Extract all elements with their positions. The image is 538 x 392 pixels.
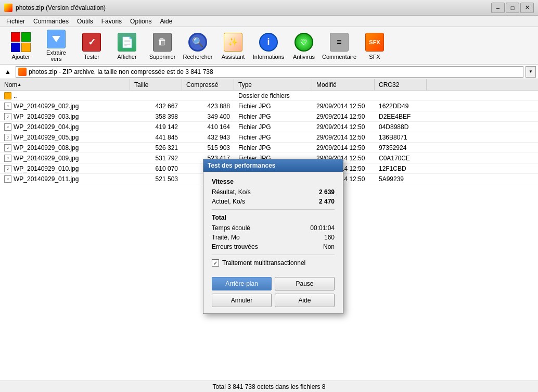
maximize-button[interactable]: □ <box>506 3 519 13</box>
aide-button[interactable]: Aide <box>275 294 335 307</box>
cell-name: .. <box>0 91 130 100</box>
cell-size: 531 792 <box>130 153 182 163</box>
cell-modified <box>312 91 375 100</box>
cell-name: JWP_20140929_008.jpg <box>0 143 130 153</box>
cell-name: JWP_20140929_005.jpg <box>0 132 130 142</box>
view-icon: 📄 <box>117 32 137 53</box>
multitransactionnel-checkbox[interactable]: ✓ <box>212 259 219 267</box>
toolbar-antivirus[interactable]: 🛡 Antivirus <box>287 30 321 62</box>
column-crc32[interactable]: CRC32 <box>375 79 427 90</box>
cell-size: 526 321 <box>130 143 182 153</box>
toolbar-assistant[interactable]: ✨ Assistant <box>216 30 250 62</box>
menu-aide[interactable]: Aide <box>156 17 176 26</box>
traite-label: Traité, Mo <box>212 234 240 241</box>
sfx-label: SFX <box>369 54 380 60</box>
pause-button[interactable]: Pause <box>275 277 335 290</box>
toolbar-informations[interactable]: i Informations <box>252 30 285 62</box>
column-type[interactable]: Type <box>234 79 312 90</box>
cell-modified: 29/09/2014 12:50 <box>312 101 375 111</box>
jpg-icon: J <box>4 175 11 183</box>
traite-value: 160 <box>324 234 335 241</box>
search-icon: 🔍 <box>187 32 208 53</box>
address-dropdown[interactable]: ▼ <box>526 66 536 78</box>
table-row[interactable]: JWP_20140929_005.jpg441 845432 943Fichie… <box>0 132 538 143</box>
status-bar: Total 3 841 738 octets dans les fichiers… <box>0 381 538 392</box>
commentaire-label: Commentaire <box>322 54 356 60</box>
table-row[interactable]: JWP_20140929_004.jpg419 142410 164Fichie… <box>0 122 538 132</box>
cell-name: JWP_20140929_010.jpg <box>0 163 130 173</box>
jpg-icon: J <box>4 103 11 110</box>
dialog-buttons: Arrière-plan Pause Annuler Aide <box>203 277 343 313</box>
menu-commandes[interactable]: Commandes <box>29 17 73 26</box>
cell-compressed: 515 903 <box>182 143 234 153</box>
window-controls: – □ ✕ <box>491 3 534 13</box>
vitesse-section-title: Vitesse <box>212 178 335 185</box>
column-nom[interactable]: Nom <box>0 79 130 90</box>
nav-back-button[interactable]: ▲ <box>2 66 14 78</box>
minimize-button[interactable]: – <box>491 3 505 13</box>
column-taille[interactable]: Taille <box>130 79 182 90</box>
cell-name: JWP_20140929_004.jpg <box>0 122 130 132</box>
jpg-icon: J <box>4 123 11 131</box>
table-row[interactable]: JWP_20140929_002.jpg432 667423 888Fichie… <box>0 101 538 111</box>
cell-size: 432 667 <box>130 101 182 111</box>
dialog-resultat-row: Résultat, Ko/s 2 639 <box>212 188 335 196</box>
cell-crc32: 97352924 <box>375 143 427 153</box>
cell-crc32: 04D8988D <box>375 122 427 132</box>
background-button[interactable]: Arrière-plan <box>212 277 272 290</box>
jpg-icon: J <box>4 134 11 141</box>
address-input[interactable]: photos.zip - ZIP archive, la taille non … <box>16 66 523 78</box>
dialog-actuel-row: Actuel, Ko/s 2 470 <box>212 198 335 205</box>
menu-outils[interactable]: Outils <box>73 17 97 26</box>
assistant-label: Assistant <box>222 54 245 60</box>
list-header: Nom Taille Compressé Type Modifié CRC32 <box>0 79 538 91</box>
folder-icon <box>4 92 11 99</box>
cell-size: 441 845 <box>130 132 182 142</box>
sfx-icon: SFX <box>364 32 385 53</box>
cell-size: 358 398 <box>130 111 182 121</box>
app-icon <box>4 4 12 12</box>
toolbar-ajouter[interactable]: Ajouter <box>4 30 37 62</box>
toolbar-sfx[interactable]: SFX SFX <box>358 30 391 62</box>
menu-favoris[interactable]: Favoris <box>97 17 126 26</box>
cell-compressed: 410 164 <box>182 122 234 132</box>
toolbar-supprimer[interactable]: 🗑 Supprimer <box>146 30 179 62</box>
resultat-label: Résultat, Ko/s <box>212 188 251 196</box>
rechercher-label: Rechercher <box>183 54 213 60</box>
dialog-divider-2 <box>212 255 335 255</box>
annuler-button[interactable]: Annuler <box>212 294 272 307</box>
toolbar-afficher[interactable]: 📄 Afficher <box>110 30 144 62</box>
add-icon <box>10 32 31 53</box>
menu-fichier[interactable]: Fichier <box>2 17 29 26</box>
erreurs-label: Erreurs trouvées <box>212 243 258 250</box>
extract-icon <box>46 30 67 48</box>
multitransactionnel-row: ✓ Traitement multitransactionnel <box>212 259 335 267</box>
jpg-icon: J <box>4 113 11 120</box>
cell-size: 610 070 <box>130 163 182 173</box>
column-compresse[interactable]: Compressé <box>182 79 234 90</box>
close-button[interactable]: ✕ <box>520 3 534 13</box>
table-row[interactable]: ..Dossier de fichiers <box>0 91 538 101</box>
toolbar-commentaire[interactable]: ≡ Commentaire <box>323 30 356 62</box>
cell-type: Dossier de fichiers <box>234 91 312 100</box>
zip-icon <box>18 68 27 76</box>
info-icon: i <box>258 32 279 53</box>
dialog-title: Test des performances <box>203 159 343 172</box>
address-bar: ▲ photos.zip - ZIP archive, la taille no… <box>0 65 538 79</box>
cell-compressed: 423 888 <box>182 101 234 111</box>
menu-options[interactable]: Options <box>126 17 156 26</box>
dialog-temps-row: Temps écoulé 00:01:04 <box>212 224 335 232</box>
title-bar: photos.zip (Version d'évaluation) – □ ✕ <box>0 0 538 16</box>
cell-type: Fichier JPG <box>234 143 312 153</box>
toolbar-extraire[interactable]: Extraire vers <box>40 30 73 62</box>
menu-bar: Fichier Commandes Outils Favoris Options… <box>0 16 538 27</box>
cell-size: 419 142 <box>130 122 182 132</box>
cell-type: Fichier JPG <box>234 122 312 132</box>
jpg-icon: J <box>4 144 11 151</box>
multitransactionnel-label: Traitement multitransactionnel <box>222 259 305 267</box>
toolbar-tester[interactable]: Tester <box>75 30 108 62</box>
table-row[interactable]: JWP_20140929_008.jpg526 321515 903Fichie… <box>0 143 538 153</box>
toolbar-rechercher[interactable]: 🔍 Rechercher <box>181 30 214 62</box>
column-modifie[interactable]: Modifié <box>312 79 375 90</box>
table-row[interactable]: JWP_20140929_003.jpg358 398349 400Fichie… <box>0 111 538 122</box>
